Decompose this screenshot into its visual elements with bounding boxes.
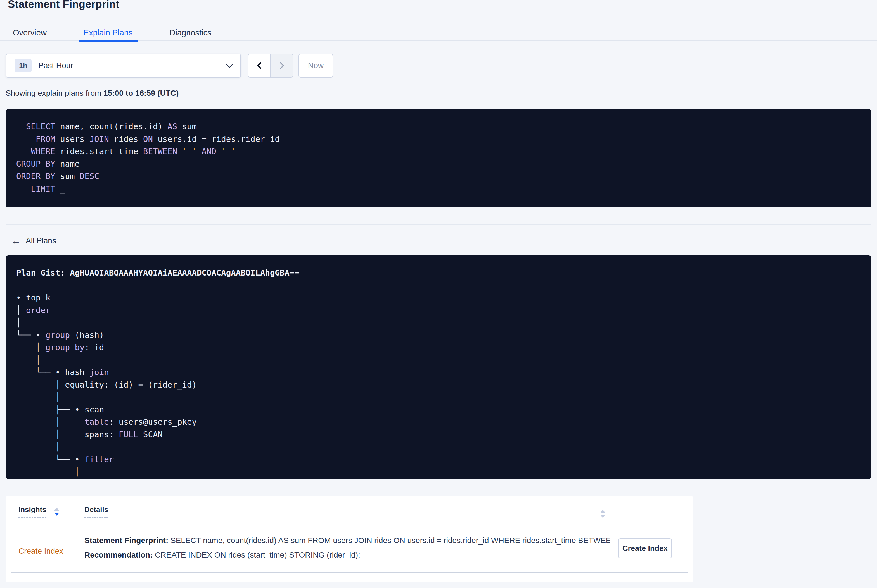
tab-overview[interactable]: Overview [8,25,52,41]
column-header-insights[interactable]: Insights [18,506,59,518]
fingerprint-label: Statement Fingerprint: [84,536,168,545]
sort-icons[interactable] [600,510,605,518]
showing-range-text: Showing explain plans from 15:00 to 16:5… [6,89,179,98]
tab-label: Explain Plans [84,28,133,38]
all-plans-back-link[interactable]: ← All Plans [11,236,56,245]
insights-table: Insights Details Create Index Statement … [6,496,693,582]
next-range-button[interactable] [270,54,293,77]
time-range-label: Past Hour [38,61,73,70]
chevron-down-icon [226,61,233,68]
column-header-details[interactable]: Details [84,506,108,518]
showing-range: 15:00 to 16:59 (UTC) [104,89,179,98]
table-header-divider [11,526,688,527]
column-label: Details [84,506,108,518]
recommendation-label: Recommendation: [84,550,153,559]
tab-diagnostics[interactable]: Diagnostics [165,25,217,41]
create-index-button[interactable]: Create Index [618,538,672,558]
table-row-divider [11,572,688,573]
recommendation-line: Recommendation: CREATE INDEX ON rides (s… [84,550,610,560]
sort-desc-icon [54,513,59,516]
insight-details-cell: Statement Fingerprint: SELECT name, coun… [84,536,610,564]
plan-gist-card: Plan Gist: AgHUAQIABQAAAHYAQIAiAEAAAADCQ… [6,255,871,479]
time-range-pager [248,54,293,78]
chevron-right-icon [277,62,284,69]
fingerprint-line: Statement Fingerprint: SELECT name, coun… [84,536,610,546]
sort-desc-icon [600,515,605,518]
page-title: Statement Fingerprint [8,0,119,10]
section-divider [6,224,871,225]
tab-explain-plans[interactable]: Explain Plans [78,25,138,41]
column-label: Insights [18,506,47,518]
statement-sql-card: SELECT name, count(rides.id) AS sum FROM… [6,109,871,207]
fingerprint-text: SELECT name, count(rides.id) AS sum FROM… [170,536,610,545]
now-button[interactable]: Now [298,54,333,78]
plan-gist-tree: Plan Gist: AgHUAQIABQAAAHYAQIAiAEAAAADCQ… [16,267,861,478]
interval-badge: 1h [15,59,32,72]
statement-sql-code: SELECT name, count(rides.id) AS sum FROM… [16,120,861,195]
all-plans-label: All Plans [26,236,56,245]
showing-prefix: Showing explain plans from [6,89,101,98]
time-range-dropdown[interactable]: 1h Past Hour [6,54,241,78]
sort-icons [54,508,59,516]
chevron-left-icon [257,62,264,69]
recommendation-text: CREATE INDEX ON rides (start_time) STORI… [155,550,360,559]
arrow-left-icon: ← [11,236,21,245]
insight-type-link[interactable]: Create Index [18,547,63,556]
previous-range-button[interactable] [248,54,270,77]
tab-label: Diagnostics [170,28,212,38]
tab-label: Overview [13,28,47,38]
sort-asc-icon [600,510,605,513]
tab-bar: Overview Explain Plans Diagnostics [8,25,243,41]
sort-asc-icon [54,508,59,511]
